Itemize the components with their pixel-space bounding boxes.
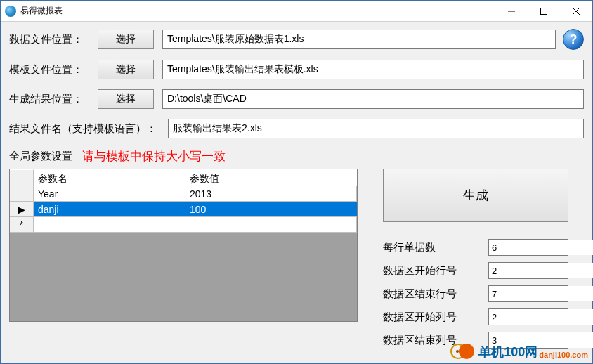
param-label: 每行单据数 bbox=[383, 241, 488, 254]
param-row: 数据区开始行号 ▲▼ bbox=[383, 262, 584, 279]
cell-name[interactable]: Year bbox=[34, 186, 185, 202]
lower-area: 参数名 参数值 Year 2013 ▶ danji 100 * bbox=[9, 169, 584, 355]
start-row-spinner[interactable]: ▲▼ bbox=[488, 262, 568, 279]
param-label: 数据区开始行号 bbox=[383, 264, 488, 278]
svg-rect-1 bbox=[541, 8, 547, 14]
start-row-input[interactable] bbox=[489, 263, 593, 278]
output-path-choose-button[interactable]: 选择 bbox=[98, 89, 154, 109]
minimize-button[interactable] bbox=[495, 1, 528, 22]
data-file-label: 数据文件位置： bbox=[9, 33, 98, 46]
watermark: 单机100网 danji100.com bbox=[450, 344, 588, 360]
row-marker: ▶ bbox=[10, 202, 34, 217]
titlebar: 易得微报表 bbox=[1, 1, 592, 22]
param-row: 数据区结束行号 ▲▼ bbox=[383, 285, 584, 302]
start-col-input[interactable] bbox=[489, 309, 593, 325]
cell-name[interactable]: danji bbox=[34, 202, 185, 217]
param-table[interactable]: 参数名 参数值 Year 2013 ▶ danji 100 * bbox=[9, 169, 358, 322]
end-row-spinner[interactable]: ▲▼ bbox=[488, 285, 568, 302]
table-row[interactable]: * bbox=[10, 217, 357, 233]
table-row[interactable]: ▶ danji 100 bbox=[10, 202, 357, 217]
data-file-input[interactable] bbox=[162, 30, 556, 49]
col-header-name[interactable]: 参数名 bbox=[34, 169, 185, 186]
output-path-row: 生成结果位置： 选择 bbox=[9, 89, 584, 109]
app-icon bbox=[5, 6, 16, 17]
row-marker: * bbox=[10, 217, 34, 233]
cell-name[interactable] bbox=[34, 217, 185, 233]
global-param-header: 全局参数设置 请与模板中保持大小写一致 bbox=[9, 148, 584, 164]
col-header-value[interactable]: 参数值 bbox=[185, 169, 357, 186]
param-row: 数据区开始列号 ▲▼ bbox=[383, 308, 584, 325]
table-row[interactable]: Year 2013 bbox=[10, 186, 357, 202]
help-button[interactable]: ? bbox=[563, 29, 584, 50]
docs-per-row-spinner[interactable]: ▲▼ bbox=[488, 239, 568, 256]
template-file-choose-button[interactable]: 选择 bbox=[98, 60, 154, 79]
data-file-row: 数据文件位置： 选择 ? bbox=[9, 29, 584, 50]
template-file-row: 模板文件位置： 选择 bbox=[9, 60, 584, 79]
param-row: 每行单据数 ▲▼ bbox=[383, 239, 584, 256]
table-header-row: 参数名 参数值 bbox=[10, 169, 357, 186]
end-row-input[interactable] bbox=[489, 286, 593, 301]
data-file-choose-button[interactable]: 选择 bbox=[98, 30, 154, 49]
output-path-input[interactable] bbox=[162, 89, 584, 109]
docs-per-row-input[interactable] bbox=[489, 240, 593, 255]
watermark-url: danji100.com bbox=[539, 351, 588, 359]
watermark-logo-icon bbox=[450, 344, 476, 360]
template-file-label: 模板文件位置： bbox=[9, 63, 98, 77]
output-name-row: 结果文件名（支持模板语言）： bbox=[9, 119, 584, 138]
output-name-input[interactable] bbox=[168, 119, 584, 138]
right-column: 生成 每行单据数 ▲▼ 数据区开始行号 ▲▼ 数据区结束行号 bbox=[358, 169, 584, 355]
output-name-label: 结果文件名（支持模板语言）： bbox=[9, 122, 168, 136]
cell-value[interactable] bbox=[185, 217, 357, 233]
global-param-label: 全局参数设置 bbox=[9, 150, 72, 163]
cell-value[interactable]: 2013 bbox=[185, 186, 357, 202]
output-path-label: 生成结果位置： bbox=[9, 93, 98, 106]
maximize-button[interactable] bbox=[528, 1, 560, 22]
param-label: 数据区结束行号 bbox=[383, 287, 488, 301]
window-title: 易得微报表 bbox=[20, 5, 63, 17]
watermark-text: 单机100网 bbox=[478, 344, 537, 360]
row-marker bbox=[10, 186, 34, 202]
case-warning: 请与模板中保持大小写一致 bbox=[82, 148, 226, 164]
app-window: 易得微报表 数据文件位置： 选择 ? 模板文件位置： 选择 生成结果位置： 选择… bbox=[0, 0, 593, 364]
content-area: 数据文件位置： 选择 ? 模板文件位置： 选择 生成结果位置： 选择 结果文件名… bbox=[1, 22, 592, 363]
cell-value[interactable]: 100 bbox=[185, 202, 357, 217]
param-label: 数据区开始列号 bbox=[383, 311, 488, 324]
row-header-corner bbox=[10, 169, 34, 186]
generate-button[interactable]: 生成 bbox=[383, 169, 568, 222]
close-button[interactable] bbox=[560, 1, 592, 22]
start-col-spinner[interactable]: ▲▼ bbox=[488, 308, 568, 325]
template-file-input[interactable] bbox=[162, 60, 584, 79]
